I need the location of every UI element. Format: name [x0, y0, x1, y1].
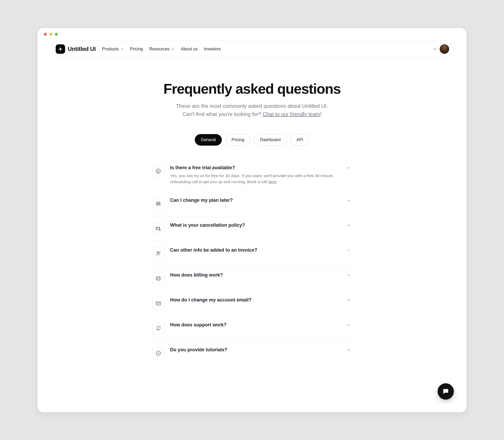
faq-question: How do I change my account email?: [170, 297, 340, 303]
chevron-up-icon[interactable]: [345, 166, 352, 170]
chevron-down-icon: [171, 47, 175, 51]
faq-question: Is there a free trial available?: [170, 165, 340, 171]
faq-question: Can I change my plan later?: [170, 198, 340, 203]
mail-icon: [152, 297, 164, 309]
svg-rect-5: [156, 227, 160, 230]
chevron-down-icon[interactable]: [345, 273, 352, 278]
nav-item-about[interactable]: About us: [181, 47, 197, 51]
chat-icon: [442, 388, 449, 395]
message-icon: [152, 322, 164, 334]
chevron-down-icon[interactable]: [345, 248, 352, 253]
chat-launcher-button[interactable]: [438, 383, 454, 400]
nav-right: [433, 44, 449, 54]
faq-item[interactable]: Is there a free trial available? Yes, yo…: [152, 159, 352, 191]
svg-rect-12: [156, 277, 160, 280]
nav-items: Products Pricing Resources About us Inve…: [102, 47, 221, 51]
tab-dashboard[interactable]: Dashboard: [254, 134, 287, 146]
avatar[interactable]: [439, 44, 449, 54]
chevron-down-icon[interactable]: [345, 298, 352, 303]
faq-item[interactable]: Do you provide tutorials?: [152, 341, 352, 365]
page-title: Frequently asked questions: [163, 81, 340, 97]
svg-marker-18: [158, 352, 159, 354]
chevron-down-icon[interactable]: [345, 348, 352, 352]
svg-point-2: [159, 170, 159, 171]
svg-rect-4: [156, 204, 160, 205]
logo-icon: [56, 44, 65, 54]
faq-list: Is there a free trial available? Yes, yo…: [152, 159, 352, 366]
tab-general[interactable]: General: [195, 134, 222, 146]
svg-point-9: [157, 252, 159, 253]
svg-point-13: [157, 278, 158, 279]
nav-item-investors[interactable]: Investors: [204, 47, 221, 51]
faq-question: Do you provide tutorials?: [170, 347, 340, 353]
rows-icon: [152, 198, 164, 210]
play-circle-icon: [152, 347, 164, 359]
chevron-down-icon[interactable]: [345, 198, 352, 203]
nav-label: Products: [102, 47, 119, 51]
tab-api[interactable]: API: [290, 134, 309, 146]
faq-item[interactable]: How does billing work?: [152, 266, 352, 291]
nav-item-products[interactable]: Products: [102, 47, 124, 51]
user-plus-icon: [152, 247, 164, 259]
chevron-down-icon[interactable]: [345, 323, 352, 327]
svg-point-0: [156, 169, 161, 173]
nav-label: Investors: [204, 47, 221, 51]
faq-answer-suffix: .: [276, 179, 277, 184]
chevron-down-icon[interactable]: [433, 47, 437, 51]
close-window-icon[interactable]: [44, 33, 47, 36]
subtitle-suffix: !: [320, 111, 322, 117]
faq-body: Is there a free trial available? Yes, yo…: [170, 165, 340, 185]
nav-label: Resources: [149, 47, 169, 51]
subtitle-line2-prefix: Can't find what you're looking for?: [182, 111, 263, 117]
nav-label: About us: [181, 47, 197, 51]
brand[interactable]: Untitled UI: [56, 44, 96, 54]
chevron-down-icon[interactable]: [345, 223, 352, 228]
faq-item[interactable]: How does support work?: [152, 316, 352, 341]
svg-rect-3: [156, 202, 160, 203]
faq-tabs: General Pricing Dashboard API: [195, 134, 309, 146]
smile-icon: [152, 165, 164, 177]
window-controls: [44, 33, 58, 36]
faq-question: What is your cancellation policy?: [170, 222, 340, 228]
faq-question: Can other info be added to an invoice?: [170, 247, 340, 253]
faq-question: How does support work?: [170, 322, 340, 328]
faq-item[interactable]: What is your cancellation policy?: [152, 216, 352, 241]
main-content: Frequently asked questions These are the…: [38, 81, 466, 366]
maximize-window-icon[interactable]: [55, 33, 58, 36]
browser-window: Untitled UI Products Pricing Resources A…: [38, 28, 466, 412]
receipt-icon: [152, 272, 164, 284]
faq-answer-text: Yes, you can try us for free for 30 days…: [170, 173, 333, 184]
card-x-icon: [152, 222, 164, 235]
chat-team-link[interactable]: Chat to our friendly team: [263, 111, 320, 117]
faq-item[interactable]: Can I change my plan later?: [152, 191, 352, 216]
svg-point-1: [158, 170, 158, 171]
nav-item-pricing[interactable]: Pricing: [130, 47, 143, 51]
faq-answer: Yes, you can try us for free for 30 days…: [170, 173, 340, 185]
faq-item[interactable]: How do I change my account email?: [152, 291, 352, 316]
page-subtitle: These are the most commonly asked questi…: [176, 102, 328, 118]
nav-item-resources[interactable]: Resources: [149, 47, 175, 51]
book-call-link[interactable]: here: [268, 179, 276, 184]
subtitle-line1: These are the most commonly asked questi…: [176, 103, 328, 109]
minimize-window-icon[interactable]: [49, 33, 52, 36]
faq-question: How does billing work?: [170, 272, 340, 278]
brand-name: Untitled UI: [68, 46, 96, 52]
chevron-down-icon: [120, 47, 124, 51]
nav-label: Pricing: [130, 47, 143, 51]
top-nav: Untitled UI Products Pricing Resources A…: [51, 40, 453, 58]
faq-item[interactable]: Can other info be added to an invoice?: [152, 241, 352, 266]
tab-pricing[interactable]: Pricing: [225, 134, 250, 146]
